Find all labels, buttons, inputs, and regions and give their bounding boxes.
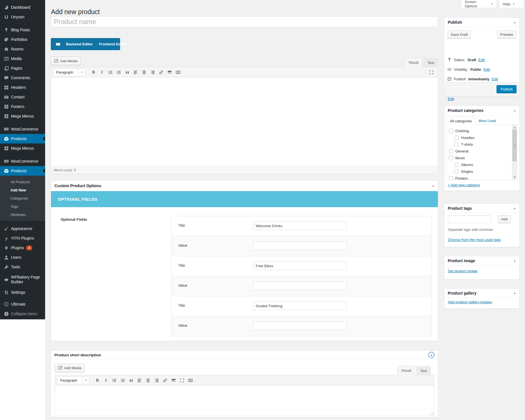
sidebar-item-rooms[interactable]: Rooms <box>0 44 45 54</box>
blockquote-button[interactable] <box>127 377 135 384</box>
choose-most-used-tags-link[interactable]: Choose from the most used tags <box>448 238 501 242</box>
read-more-button[interactable] <box>166 68 173 76</box>
align-left-button[interactable] <box>136 377 144 384</box>
submenu-item-add-new[interactable]: Add New <box>0 186 45 194</box>
collapse-toggle-icon[interactable]: ▲ <box>513 289 516 298</box>
category-item-albums[interactable]: Albums <box>455 161 517 168</box>
sidebar-item-users[interactable]: Users <box>0 253 45 262</box>
sidebar-item-blog-posts[interactable]: Blog Posts <box>0 25 45 35</box>
sidebar-item-products-2[interactable]: Products <box>0 166 45 176</box>
checkbox-icon[interactable] <box>449 156 453 160</box>
sidebar-item-mega-menus-2[interactable]: Mega Menus <box>0 143 45 153</box>
edit-schedule-link[interactable]: Edit <box>492 77 498 81</box>
tag-input[interactable] <box>448 215 491 223</box>
edit-visibility-link[interactable]: Edit <box>484 67 490 72</box>
option-title-input[interactable] <box>253 222 347 230</box>
category-item-music[interactable]: Music <box>449 154 517 161</box>
scroll-down-icon[interactable]: ▼ <box>512 175 517 179</box>
backend-editor-button[interactable]: Backend Editor <box>66 42 93 46</box>
sidebar-item-pages[interactable]: Pages <box>0 63 45 73</box>
category-item-hoodies[interactable]: Hoodies <box>455 134 517 141</box>
product-name-input[interactable] <box>51 16 438 27</box>
help-button[interactable]: Help ▼ <box>499 0 524 8</box>
checkbox-icon[interactable] <box>449 176 453 180</box>
sidebar-item-collapse-menu[interactable]: Collapse menu <box>0 309 45 319</box>
align-right-button[interactable] <box>153 377 160 384</box>
panel-header[interactable]: Product short description ▲ <box>51 351 438 359</box>
align-center-button[interactable] <box>140 68 148 76</box>
sidebar-item-products[interactable]: Products <box>0 134 45 143</box>
checkbox-icon[interactable] <box>455 163 459 167</box>
bold-button[interactable]: B <box>94 377 101 384</box>
sidebar-item-unyson[interactable]: Unyson <box>0 12 45 22</box>
category-item-clothing[interactable]: Clothing <box>449 127 517 134</box>
option-value-input[interactable] <box>253 242 347 250</box>
option-value-input[interactable] <box>253 282 347 290</box>
bulleted-list-button[interactable] <box>111 377 118 384</box>
sidebar-item-mega-menus[interactable]: Mega Menus <box>0 111 45 121</box>
panel-header[interactable]: Custom Product Options ▲ <box>51 181 438 191</box>
checkbox-icon[interactable] <box>455 136 459 140</box>
align-left-button[interactable] <box>132 68 140 76</box>
editor-content-area[interactable] <box>55 386 434 409</box>
sidebar-item-contact[interactable]: Contact <box>0 92 45 102</box>
checkbox-icon[interactable] <box>449 149 453 153</box>
publish-button[interactable]: Publish <box>497 85 517 93</box>
bulleted-list-button[interactable] <box>107 68 114 76</box>
add-new-category-link[interactable]: + Add new category <box>448 183 480 187</box>
edit-catalog-visibility-link[interactable]: Edit <box>448 97 454 101</box>
collapse-toggle-icon[interactable]: ▲ <box>513 204 516 213</box>
link-button[interactable] <box>161 377 169 384</box>
sidebar-item-plugins[interactable]: Plugins 3 <box>0 243 45 253</box>
checkbox-icon[interactable] <box>455 142 459 147</box>
submenu-item-tags[interactable]: Tags <box>0 202 45 211</box>
save-draft-button[interactable]: Save Draft <box>447 30 471 38</box>
sidebar-item-headers[interactable]: Headers <box>0 83 45 92</box>
fullscreen-button[interactable] <box>178 377 186 384</box>
fullscreen-button[interactable] <box>427 68 435 76</box>
link-button[interactable] <box>157 68 165 76</box>
checkbox-icon[interactable] <box>449 129 453 133</box>
submenu-item-categories[interactable]: Categories <box>0 194 45 202</box>
sidebar-item-wpbakery[interactable]: WPBakery Page Builder <box>0 272 45 288</box>
align-right-button[interactable] <box>149 68 156 76</box>
sidebar-item-tools[interactable]: Tools <box>0 262 45 272</box>
category-item-general[interactable]: General <box>449 148 517 154</box>
editor-content-area[interactable] <box>51 78 438 166</box>
resize-handle[interactable] <box>430 411 433 415</box>
panel-header[interactable]: Publish ▲ <box>444 18 519 27</box>
collapse-toggle-icon[interactable]: ▲ <box>513 106 516 115</box>
sidebar-item-settings[interactable]: Settings <box>0 288 45 297</box>
edit-status-link[interactable]: Edit <box>478 58 485 62</box>
panel-header[interactable]: Product categories ▲ <box>444 106 519 115</box>
submenu-item-attributes[interactable]: Attributes <box>0 211 45 219</box>
sidebar-item-woocommerce-2[interactable]: WOO WooCommerce <box>0 156 45 166</box>
numbered-list-button[interactable] <box>115 68 123 76</box>
italic-button[interactable]: I <box>98 68 106 76</box>
collapse-toggle-icon[interactable]: ▲ <box>428 352 434 358</box>
scroll-up-icon[interactable]: ▲ <box>512 125 517 130</box>
paragraph-select[interactable]: Paragraph ▼ <box>53 68 85 76</box>
paragraph-select[interactable]: Paragraph ▼ <box>57 376 89 384</box>
category-item-singles[interactable]: Singles <box>455 168 517 175</box>
sidebar-item-appearance[interactable]: Appearance <box>0 224 45 233</box>
sidebar-item-media[interactable]: Media <box>0 54 45 63</box>
tab-visual[interactable]: Visual <box>397 366 415 375</box>
preview-button[interactable]: Preview <box>497 30 516 38</box>
tab-text[interactable]: Text <box>416 366 431 375</box>
collapse-toggle-icon[interactable]: ▲ <box>513 256 516 265</box>
category-item-t-shirts[interactable]: T-shirts <box>455 141 517 148</box>
option-value-input[interactable] <box>253 322 347 330</box>
tab-most-used[interactable]: Most Used <box>475 117 499 125</box>
collapse-toggle-icon[interactable]: ▲ <box>432 181 434 191</box>
frontend-editor-button[interactable]: Frontend Editor <box>99 42 127 46</box>
scrollbar[interactable]: ▲ ▼ <box>512 125 517 180</box>
panel-header[interactable]: Product image ▲ <box>444 256 519 266</box>
screen-options-button[interactable]: Screen Options ▼ <box>461 0 497 8</box>
scrollbar-thumb[interactable] <box>513 130 517 161</box>
sidebar-item-footers[interactable]: Footers <box>0 102 45 111</box>
toolbar-toggle-button[interactable] <box>174 68 182 76</box>
submenu-item-all-products[interactable]: All Products <box>0 178 45 186</box>
bold-button[interactable]: B <box>90 68 97 76</box>
option-title-input[interactable] <box>253 262 347 270</box>
